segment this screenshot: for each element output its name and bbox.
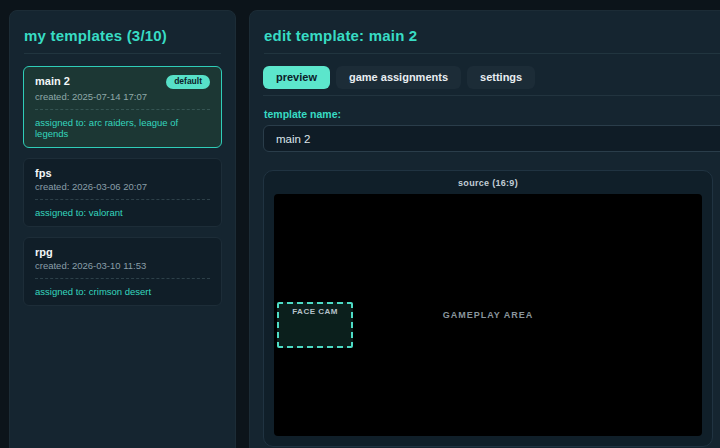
card-dashed-divider: [35, 109, 210, 110]
card-dashed-divider: [35, 278, 210, 279]
template-card-created: created: 2026-03-10 11:53: [35, 260, 210, 271]
tab-game-assignments[interactable]: game assignments: [336, 66, 461, 89]
default-badge: default: [166, 75, 210, 89]
facecam-label: FACE CAM: [279, 307, 351, 316]
template-card-rpg[interactable]: rpg created: 2026-03-10 11:53 assigned t…: [23, 237, 222, 306]
templates-panel: my templates (3/10) main 2 default creat…: [9, 10, 236, 448]
edit-template-divider: [264, 53, 720, 54]
template-card-assigned: assigned to: valorant: [35, 207, 210, 218]
source-aspect-label: source (16:9): [274, 178, 702, 188]
template-card-created: created: 2025-07-14 17:07: [35, 91, 210, 102]
template-card-assigned: assigned to: arc raiders, league of lege…: [35, 117, 210, 139]
edit-template-panel: edit template: main 2 preview game assig…: [249, 10, 720, 448]
templates-panel-divider: [24, 53, 221, 54]
templates-panel-title: my templates (3/10): [24, 27, 222, 44]
facecam-region[interactable]: FACE CAM: [277, 302, 353, 348]
template-card-name: fps: [35, 167, 52, 179]
tab-settings[interactable]: settings: [467, 66, 535, 89]
template-card-name: main 2: [35, 75, 70, 87]
template-name-label: template name:: [264, 108, 720, 120]
template-card-created: created: 2026-03-06 20:07: [35, 181, 210, 192]
template-card-fps[interactable]: fps created: 2026-03-06 20:07 assigned t…: [23, 158, 222, 227]
template-card-assigned: assigned to: crimson desert: [35, 286, 210, 297]
gameplay-area-label: GAMEPLAY AREA: [443, 310, 534, 320]
source-preview-box: source (16:9) GAMEPLAY AREA FACE CAM: [263, 170, 713, 447]
template-card-name: rpg: [35, 246, 53, 258]
template-card-main-2[interactable]: main 2 default created: 2025-07-14 17:07…: [23, 66, 222, 148]
template-name-input[interactable]: [263, 125, 720, 152]
edit-template-title: edit template: main 2: [264, 27, 720, 44]
source-canvas: GAMEPLAY AREA FACE CAM: [274, 194, 702, 436]
editor-tab-bar: preview game assignments settings: [263, 66, 720, 96]
card-dashed-divider: [35, 199, 210, 200]
tab-preview[interactable]: preview: [263, 66, 330, 89]
